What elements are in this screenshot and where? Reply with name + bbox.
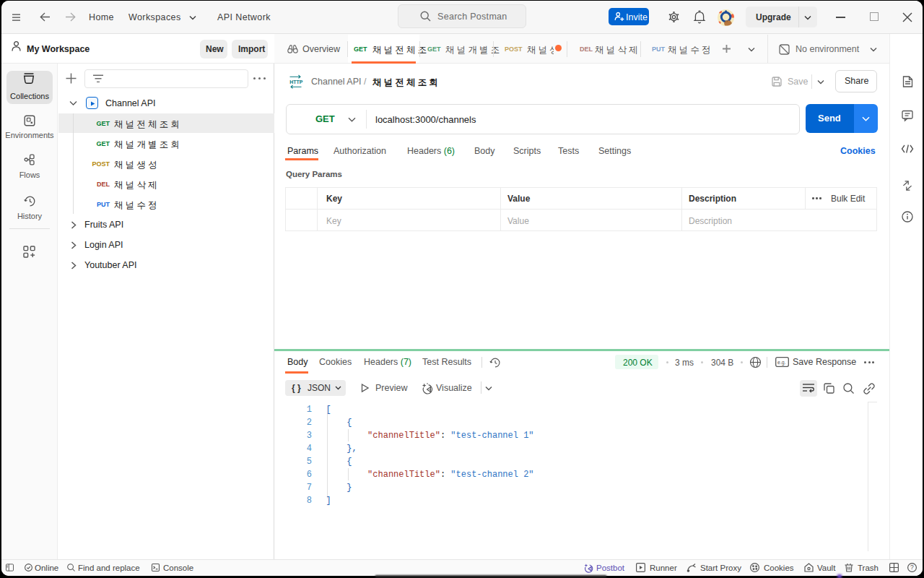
svg-text:?: ? [910,564,914,571]
svg-text:e.g.: e.g. [777,360,786,366]
svg-text:HTTP: HTTP [289,79,303,85]
